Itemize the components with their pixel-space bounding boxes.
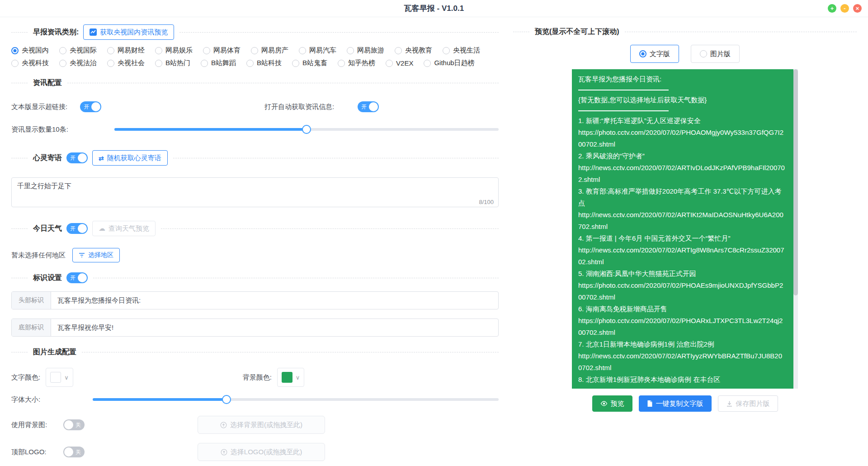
category-option-label: B站科技: [257, 59, 282, 67]
hyperlink-toggle-label: 文本版显示超链接:: [11, 101, 67, 112]
preview-button[interactable]: 预览: [592, 395, 632, 412]
preview-line: http://news.cctv.com/2020/07/02/ARTIvDLo…: [578, 162, 785, 185]
soul-message-input[interactable]: 千里之行始于足下 8/100: [11, 177, 499, 207]
radio-icon: [59, 47, 66, 54]
category-option-网易娱乐[interactable]: 网易娱乐: [155, 46, 193, 55]
category-option-label: V2EX: [396, 59, 413, 67]
toggle-off-text: 关: [75, 449, 81, 455]
category-option-网易旅游[interactable]: 网易旅游: [347, 46, 384, 55]
category-option-label: 央视生活: [453, 46, 480, 55]
save-image-button-label: 保存图片版: [736, 399, 770, 408]
preview-line: 4. 第一报道 | 今年6月 中国元首外交又一个“繁忙月”: [578, 233, 785, 244]
toggle-on-text: 开: [361, 104, 367, 110]
fetch-news-button[interactable]: 获取央视国内资讯预览: [83, 24, 174, 40]
divider-line: [11, 228, 28, 229]
tab-text-version-label: 文字版: [650, 50, 670, 58]
category-option-央视教育[interactable]: 央视教育: [395, 46, 432, 55]
toggle-on-text: 开: [70, 225, 75, 232]
select-bg-image-button: 选择背景图(或拖拽至此): [198, 416, 325, 434]
footer-mark-input[interactable]: 瓦客早报祝你早安!: [51, 319, 498, 336]
category-option-网易财经[interactable]: 网易财经: [107, 46, 145, 55]
category-option-网易房产[interactable]: 网易房产: [251, 46, 288, 55]
divider-line: [11, 158, 28, 158]
preview-scrollbar-thumb[interactable]: [793, 69, 798, 295]
category-option-央视法治[interactable]: 央视法治: [59, 59, 97, 67]
cloud-icon: [99, 224, 105, 233]
category-option-知乎热榜[interactable]: 知乎热榜: [338, 59, 375, 67]
section-category-divider: 早报资讯类别: 获取央视国内资讯预览: [11, 24, 499, 40]
tab-image-version[interactable]: 图片版: [691, 45, 740, 63]
header-mark-field: 头部标识 瓦客早报为您播报今日资讯:: [11, 291, 499, 309]
top-logo-toggle[interactable]: 关: [63, 447, 85, 457]
preview-mode-tabs: 文字版 图片版: [513, 45, 857, 63]
text-color-picker[interactable]: [46, 368, 73, 387]
preview-scrollbar-track[interactable]: [793, 69, 798, 389]
query-weather-button-label: 查询天气预览: [108, 224, 149, 233]
category-option-V2EX[interactable]: V2EX: [386, 59, 413, 67]
category-option-央视科技[interactable]: 央视科技: [11, 59, 49, 67]
autofetch-toggle[interactable]: 开: [358, 101, 379, 112]
news-config-section-title: 资讯配置: [33, 78, 62, 88]
footer-mark-label: 底部标识: [12, 319, 51, 336]
copy-text-button[interactable]: 一键复制文字版: [639, 395, 712, 412]
divider-line: [93, 278, 499, 278]
upload-icon: [221, 449, 227, 456]
select-region-button[interactable]: 选择地区: [72, 248, 120, 262]
radio-icon: [246, 60, 254, 67]
font-size-slider-handle[interactable]: [222, 395, 231, 404]
category-option-label: B站鬼畜: [302, 59, 327, 67]
toggle-on-text: 开: [84, 104, 89, 110]
category-option-央视生活[interactable]: 央视生活: [443, 46, 480, 55]
marks-toggle[interactable]: 开: [66, 272, 88, 283]
download-icon: [726, 400, 733, 407]
category-option-B站科技[interactable]: B站科技: [246, 59, 282, 67]
category-option-网易体育[interactable]: 网易体育: [203, 46, 241, 55]
random-soul-button[interactable]: 随机获取心灵寄语: [92, 150, 168, 166]
tab-text-version[interactable]: 文字版: [630, 45, 679, 63]
category-option-央视国际[interactable]: 央视国际: [59, 46, 97, 55]
weather-toggle[interactable]: 开: [66, 223, 88, 234]
category-option-label: B站舞蹈: [211, 59, 236, 67]
select-logo-button-label: 选择LOGO(或拖拽至此): [231, 448, 302, 456]
use-bg-toggle[interactable]: 关: [63, 419, 85, 430]
divider-line: [11, 83, 28, 83]
radio-icon: [107, 47, 114, 54]
filter-icon: [79, 252, 85, 258]
window-close-button[interactable]: ×: [853, 4, 862, 13]
weather-section-title: 今日天气: [33, 224, 62, 233]
preview-line: http://news.cctv.com/2020/07/02/ARTIKt2M…: [578, 209, 785, 233]
header-mark-label: 头部标识: [12, 292, 51, 309]
select-logo-button: 选择LOGO(或拖拽至此): [198, 443, 325, 461]
section-weather-divider: 今日天气 开 查询天气预览: [11, 221, 499, 236]
top-logo-label: 顶部LOGO:: [11, 447, 63, 457]
font-size-slider[interactable]: [93, 398, 499, 401]
toggle-knob: [64, 420, 73, 429]
news-count-slider-handle[interactable]: [302, 125, 311, 134]
category-option-B站舞蹈[interactable]: B站舞蹈: [201, 59, 236, 67]
news-count-slider[interactable]: [114, 128, 499, 131]
category-option-B站鬼畜[interactable]: B站鬼畜: [292, 59, 327, 67]
header-mark-input[interactable]: 瓦客早报为您播报今日资讯:: [51, 292, 498, 309]
category-option-央视国内[interactable]: 央视国内: [11, 46, 49, 55]
section-marks-divider: 标识设置 开: [11, 272, 499, 283]
soul-toggle[interactable]: 开: [66, 152, 88, 163]
preview-line: 8. 北京新增1例新冠肺炎本地确诊病例 在丰台区: [578, 374, 785, 385]
char-counter: 8/100: [479, 199, 494, 205]
autofetch-toggle-label: 打开自动获取资讯信息:: [264, 101, 350, 112]
preview-content[interactable]: 瓦客早报为您播报今日资讯:{暂无数据,您可以选择地址后获取天气数据}1. 新疆:…: [572, 69, 798, 389]
random-soul-button-label: 随机获取心灵寄语: [107, 154, 161, 162]
window-minimize-button[interactable]: -: [840, 4, 849, 13]
hyperlink-toggle[interactable]: 开: [80, 101, 101, 112]
category-option-Github日趋榜[interactable]: Github日趋榜: [424, 59, 474, 67]
image-config-section-title: 图片生成配置: [33, 347, 76, 357]
category-option-网易汽车[interactable]: 网易汽车: [299, 46, 336, 55]
category-option-央视社会[interactable]: 央视社会: [107, 59, 145, 67]
category-option-B站热门[interactable]: B站热门: [155, 59, 190, 67]
section-image-config-divider: 图片生成配置: [11, 347, 499, 357]
query-weather-button: 查询天气预览: [92, 221, 156, 236]
font-size-label: 字体大小:: [11, 394, 93, 405]
category-option-label: 网易财经: [118, 46, 145, 55]
window-controls: + - ×: [828, 4, 862, 13]
window-add-button[interactable]: +: [828, 4, 836, 13]
bg-color-picker[interactable]: [277, 368, 305, 387]
